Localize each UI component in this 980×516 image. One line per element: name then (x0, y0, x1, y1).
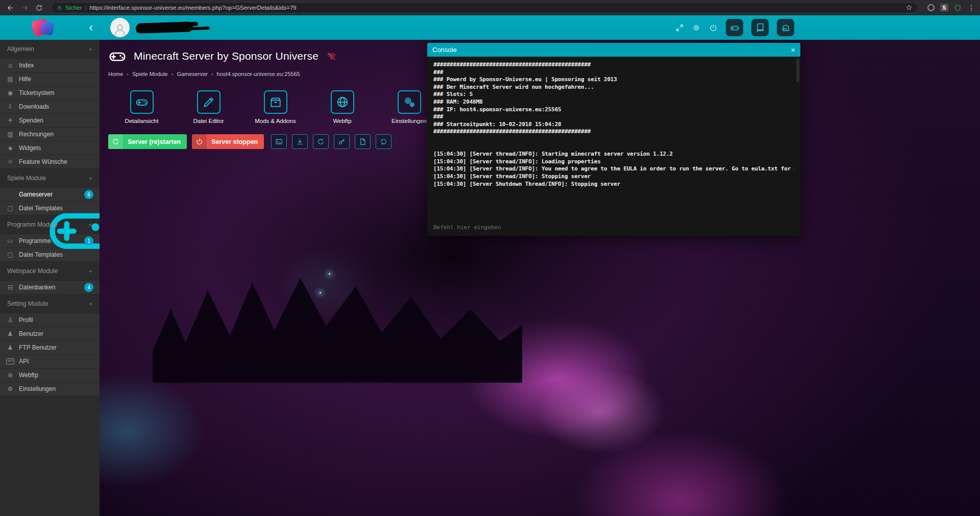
sync-button[interactable] (313, 134, 329, 149)
forward-icon (21, 4, 29, 12)
sidebar-collapse-button[interactable]: ‹ (84, 21, 98, 34)
gamepad-icon (108, 47, 127, 65)
module-label: Einstellungen (391, 118, 427, 124)
key-icon (338, 138, 346, 145)
reload-button[interactable] (33, 2, 45, 14)
power-icon (709, 23, 718, 32)
sidebar-item-feature-wunsche[interactable]: ☼Feature Wünsche (0, 155, 100, 169)
console-window: Console × ##############################… (427, 43, 800, 236)
globe-icon (336, 95, 349, 109)
module-datei-editor[interactable]: Datei Editor (175, 90, 242, 124)
sidebar-section-spiele-module[interactable]: Spiele Module+ (0, 169, 100, 187)
sidebar-item-label: Spenden (19, 117, 43, 124)
settings-icon (692, 23, 701, 32)
console-line: ### Powerd by Sponsor-Universe.eu | Spon… (433, 76, 794, 84)
account-button[interactable] (777, 19, 794, 36)
gameserver-button[interactable] (726, 19, 743, 36)
sidebar: Allgemein+⌂Index▤Hilfe◉Ticketsystem⇩Down… (0, 40, 100, 516)
sidebar-section-setting-module[interactable]: Setting Module+ (0, 294, 100, 313)
breadcrumb-item[interactable]: Home (108, 71, 123, 77)
sidebar-item-label: Webftp (19, 372, 38, 379)
sidebar-item-spenden[interactable]: ✈Spenden (0, 114, 100, 128)
console-line: [15:04:30] [Server Shutdown Thread/INFO]… (433, 181, 794, 188)
module-webftp[interactable]: Webftp (309, 90, 376, 124)
fullscreen-button[interactable] (675, 23, 684, 32)
breadcrumb-item[interactable]: Spiele Module (132, 71, 168, 77)
forward-button[interactable] (18, 2, 31, 14)
restart-server-button[interactable]: Server (re)starten (108, 134, 187, 149)
handbook-icon (755, 23, 765, 33)
sync-icon (317, 138, 325, 145)
sidebar-item-webftp[interactable]: ⊕Webftp (0, 368, 100, 382)
module-label: Detailansicht (125, 118, 159, 124)
brand-logo[interactable] (32, 17, 58, 38)
sidebar-item-rechnungen[interactable]: ▥Rechnungen (0, 128, 100, 141)
file-button[interactable] (355, 134, 371, 149)
sidebar-item-api[interactable]: APIAPI (0, 355, 100, 368)
user-menu-caret-icon[interactable]: ▾ (200, 24, 203, 31)
address-bar[interactable]: Sicher | https://interface.sponsor-unive… (51, 2, 918, 13)
console-scrollbar[interactable] (796, 59, 799, 82)
expand-plus-icon: + (88, 300, 92, 308)
sidebar-item-einstellungen[interactable]: ⚙Einstellungen (0, 382, 100, 396)
person-icon (112, 22, 128, 37)
module-detailansicht[interactable]: Detailansicht (108, 90, 175, 124)
console-command-input[interactable] (433, 223, 794, 232)
console-body: ########################################… (427, 57, 800, 236)
sidebar-item-downloads[interactable]: ⇩Downloads (0, 100, 100, 114)
console-line: ### (433, 69, 794, 77)
refresh-button[interactable] (376, 134, 391, 149)
power-button[interactable] (709, 23, 718, 32)
close-icon[interactable]: × (791, 46, 795, 54)
expand-plus-icon: + (88, 221, 92, 229)
gameserver-icon (730, 23, 740, 33)
module-mods-addons[interactable]: Mods & Addons (242, 90, 309, 124)
refresh-icon (380, 138, 387, 145)
breadcrumb-item[interactable]: host4.sponsor-universe.eu:25565 (217, 71, 300, 77)
key-button[interactable] (334, 134, 350, 149)
console-line: [15:04:30] [Server thread/INFO]: Stoppin… (433, 173, 794, 181)
download-button[interactable] (292, 134, 308, 149)
terminal-button[interactable] (271, 134, 287, 149)
url-text: https://interface.sponsor-universe.eu/me… (89, 5, 902, 11)
sidebar-section-items: ⌂Index▤Hilfe◉Ticketsystem⇩Downloads✈Spen… (0, 58, 100, 169)
sidebar-item-ftp-benutzer[interactable]: ♟FTP Benutzer (0, 341, 100, 355)
sidebar-item-datenbanken[interactable]: ⊟Datenbanken4 (0, 281, 100, 294)
background-spark (329, 273, 330, 275)
sidebar-section-allgemein[interactable]: Allgemein+ (0, 40, 100, 58)
console-line (433, 143, 794, 151)
sidebar-item-ticketsystem[interactable]: ◉Ticketsystem (0, 86, 100, 100)
section-title: Programm Module (7, 221, 58, 228)
sidebar-item-profil[interactable]: ♙Profil (0, 313, 100, 327)
avatar[interactable] (110, 18, 130, 37)
api-icon: API (6, 358, 14, 364)
sidebar-section-items: ⊟Datenbanken4 (0, 280, 100, 294)
console-line: ### Slots: 5 (433, 91, 794, 99)
sidebar-item-index[interactable]: ⌂Index (0, 59, 100, 72)
breadcrumb-item[interactable]: Gameserver (177, 71, 208, 77)
bookmark-star-icon[interactable] (905, 4, 913, 11)
sidebar-item-hilfe[interactable]: ▤Hilfe (0, 72, 100, 86)
gamepad-icon (6, 190, 14, 199)
sidebar-item-benutzer[interactable]: ♟Benutzer (0, 327, 100, 341)
expand-plus-icon: + (88, 175, 92, 182)
extension-s-icon[interactable]: S (940, 4, 948, 12)
settings-button[interactable] (692, 23, 701, 32)
handbook-button[interactable] (751, 19, 769, 36)
sidebar-item-gameserver[interactable]: Gameserver6 (0, 188, 100, 202)
shield-extension-icon[interactable] (954, 4, 962, 12)
expand-plus-icon: + (88, 45, 92, 53)
file-icon (359, 138, 366, 145)
console-header[interactable]: Console × (427, 43, 800, 57)
stop-server-button[interactable]: Server stoppen (192, 134, 264, 149)
sidebar-item-label: Datei Templates (19, 205, 63, 212)
back-button[interactable] (4, 2, 16, 14)
sidebar-item-widgets[interactable]: ◈Widgets (0, 141, 100, 155)
count-badge: 4 (84, 283, 93, 292)
download-icon (296, 138, 304, 145)
username-redacted (136, 21, 193, 34)
browser-menu-button[interactable]: ⋮ (967, 4, 976, 12)
sidebar-item-label: FTP Benutzer (19, 344, 57, 351)
sidebar-item-label: Feature Wünsche (19, 158, 67, 165)
extension-circle-icon[interactable] (927, 4, 935, 11)
